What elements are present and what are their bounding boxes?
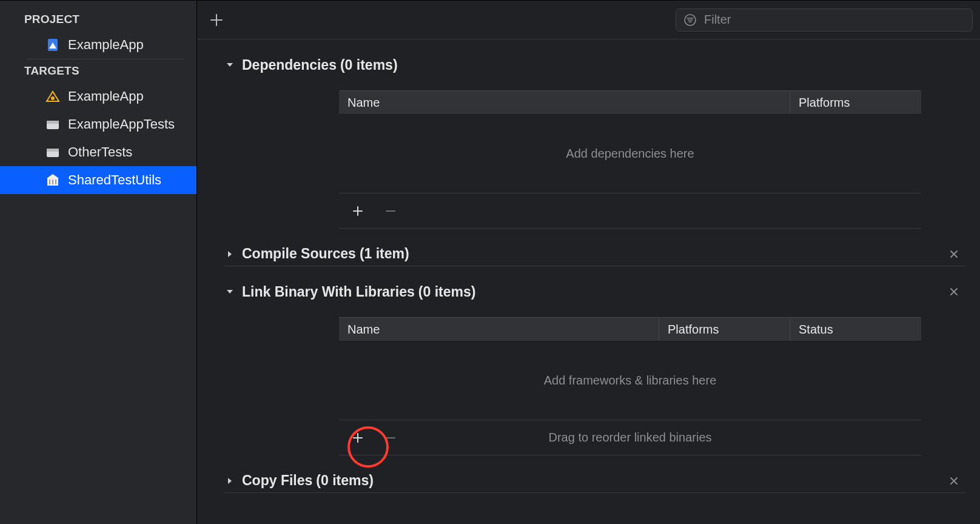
annotation-highlight [350,430,366,446]
dependencies-empty-hint: Add dependencies here [339,115,921,193]
disclosure-triangle-icon[interactable] [224,248,236,260]
phase-link-binary: Link Binary With Libraries (0 items) Nam… [224,280,965,455]
target-item-exampleapp[interactable]: ExampleApp [0,82,196,110]
remove-linked-binary-button[interactable] [383,430,398,446]
target-item-exampleapptests[interactable]: ExampleAppTests [0,110,196,138]
dependencies-table: Name Platforms Add dependencies here [339,90,921,229]
disclosure-triangle-icon[interactable] [224,475,236,487]
phase-dependencies: Dependencies (0 items) Name Platforms Ad… [224,53,965,229]
phase-body-link-binary: Name Platforms Status Add frameworks & l… [224,304,965,455]
phase-count: (0 items) [418,284,476,300]
target-item-othertests[interactable]: OtherTests [0,138,196,166]
target-label: ExampleAppTests [68,116,175,132]
main-panel: Dependencies (0 items) Name Platforms Ad… [197,1,980,524]
col-name[interactable]: Name [339,91,790,114]
link-binary-empty-hint: Add frameworks & libraries here [339,341,921,420]
phase-header-compile-sources[interactable]: Compile Sources (1 item) [224,242,965,266]
remove-phase-button[interactable] [947,285,961,298]
link-binary-table: Name Platforms Status Add frameworks & l… [339,317,921,455]
disclosure-triangle-icon[interactable] [224,286,236,298]
target-label: OtherTests [68,144,132,160]
xcodeproj-icon [45,38,61,52]
add-linked-binary-button[interactable] [350,430,366,446]
svg-rect-7 [49,180,50,184]
phase-compile-sources: Compile Sources (1 item) [224,242,965,266]
app-root: PROJECT ExampleApp TARGETS ExampleApp [0,0,980,524]
filter-field[interactable] [676,8,973,32]
target-label: ExampleApp [68,89,144,104]
link-binary-footer-hint: Drag to reorder linked binaries [339,431,921,445]
phase-count: (0 items) [316,472,374,489]
phase-count: (1 item) [360,246,409,262]
phase-title: Copy Files [242,472,312,489]
phase-header-link-binary[interactable]: Link Binary With Libraries (0 items) [224,280,965,304]
tests-target-icon [45,146,61,159]
svg-rect-5 [47,149,59,152]
phase-title: Compile Sources [242,246,356,262]
phase-title: Link Binary With Libraries [242,284,415,300]
phase-title: Dependencies [242,57,337,73]
add-dependency-button[interactable] [350,203,366,219]
link-binary-footer: Drag to reorder linked binaries [339,420,921,455]
build-phases-toolbar [197,1,980,39]
col-status[interactable]: Status [790,318,921,341]
target-item-sharedtestutils[interactable]: SharedTestUtils [0,166,196,194]
phase-header-copy-files[interactable]: Copy Files (0 items) [224,469,965,493]
phase-body-dependencies: Name Platforms Add dependencies here [224,77,965,229]
remove-dependency-button[interactable] [383,203,398,219]
phase-copy-files: Copy Files (0 items) [224,469,965,493]
dependencies-footer [339,193,921,229]
filter-icon [683,13,697,27]
col-name[interactable]: Name [339,318,659,341]
build-phases-content: Dependencies (0 items) Name Platforms Ad… [197,39,980,524]
svg-rect-3 [47,121,59,124]
table-header: Name Platforms Status [339,317,921,341]
target-label: SharedTestUtils [68,172,161,188]
svg-rect-8 [52,180,53,184]
table-header: Name Platforms [339,90,921,115]
add-build-phase-button[interactable] [197,1,236,39]
app-target-icon [45,90,61,103]
svg-point-1 [51,96,55,100]
project-heading: PROJECT [0,8,196,31]
svg-rect-9 [55,180,56,184]
project-sidebar: PROJECT ExampleApp TARGETS ExampleApp [0,1,197,524]
tests-target-icon [45,118,61,131]
disclosure-triangle-icon[interactable] [224,59,236,71]
project-name: ExampleApp [68,37,144,53]
phase-count: (0 items) [340,57,398,73]
remove-phase-button[interactable] [947,247,961,261]
remove-phase-button[interactable] [947,474,961,488]
col-platforms[interactable]: Platforms [790,91,921,114]
targets-heading: TARGETS [0,59,196,82]
project-item[interactable]: ExampleApp [0,31,196,59]
library-target-icon [45,173,61,187]
phase-header-dependencies[interactable]: Dependencies (0 items) [224,53,965,77]
col-platforms[interactable]: Platforms [659,318,790,341]
filter-input[interactable] [704,13,965,27]
